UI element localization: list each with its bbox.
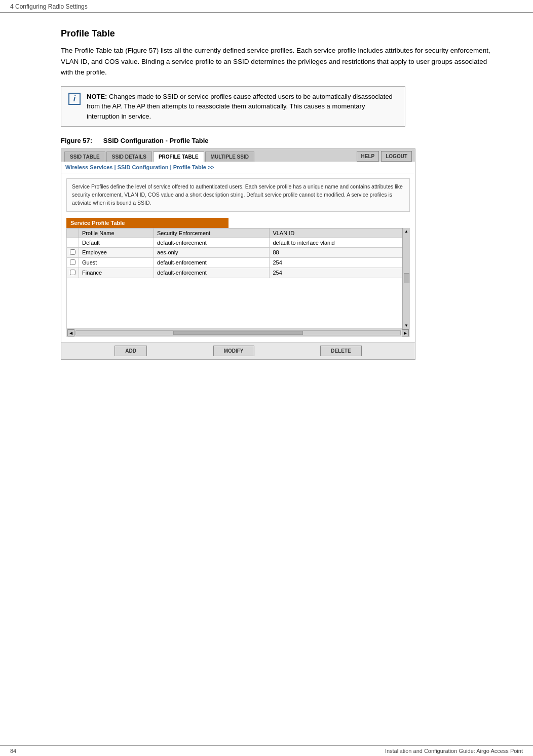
tab-ssid-table[interactable]: SSID TABLE (64, 152, 105, 162)
table-wrapper: Profile Name Security Enforcement VLAN I… (66, 228, 410, 329)
chapter-title: 4 Configuring Radio Settings (10, 3, 88, 10)
table-scroll-area: Profile Name Security Enforcement VLAN I… (66, 228, 402, 329)
table-section-header: Service Profile Table (66, 218, 229, 228)
ui-frame: SSID TABLE SSID DETAILS PROFILE TABLE MU… (61, 148, 415, 359)
hscroll-track (75, 330, 401, 335)
row-vlan-finance: 254 (270, 268, 402, 278)
hscroll-right-btn[interactable]: ▶ (402, 329, 409, 336)
description-box: Service Profiles define the level of ser… (66, 178, 410, 211)
col-checkbox (67, 228, 79, 238)
table-row: Employee aes-only 88 (67, 247, 402, 257)
page-footer: 84 Installation and Configuration Guide:… (0, 745, 533, 756)
note-text: NOTE: Changes made to SSID or service pr… (87, 92, 398, 122)
row-vlan-guest: 254 (270, 257, 402, 268)
scroll-up-arrow[interactable]: ▲ (404, 229, 408, 234)
hscroll-thumb[interactable] (173, 331, 303, 335)
breadcrumb: Wireless Services | SSID Configuration |… (61, 162, 415, 173)
section-title: Profile Table (61, 28, 492, 39)
page-header: 4 Configuring Radio Settings (0, 0, 533, 13)
logout-button[interactable]: LOGOUT (381, 151, 412, 162)
figure-caption: Figure 57: SSID Configuration - Profile … (61, 137, 492, 144)
help-button[interactable]: HELP (357, 151, 379, 162)
table-row: Default default-enforcement default to i… (67, 238, 402, 247)
table-row: Finance default-enforcement 254 (67, 268, 402, 278)
table-row: Guest default-enforcement 254 (67, 257, 402, 268)
col-vlan-id: VLAN ID (270, 228, 402, 238)
section-body: The Profile Table tab (Figure 57) lists … (61, 45, 492, 78)
tab-ssid-details[interactable]: SSID DETAILS (106, 152, 152, 162)
tab-multiple-ssid[interactable]: MULTIPLE SSID (205, 152, 254, 162)
row-checkbox-employee[interactable] (67, 247, 79, 257)
table-header-row: Profile Name Security Enforcement VLAN I… (67, 228, 402, 238)
row-checkbox-default (67, 238, 79, 247)
scroll-down-arrow[interactable]: ▼ (404, 323, 408, 328)
ui-content: Service Profiles define the level of ser… (61, 173, 415, 342)
modify-button[interactable]: MODIFY (213, 346, 254, 356)
main-content: Profile Table The Profile Table tab (Fig… (0, 13, 533, 380)
row-profile-name-employee: Employee (79, 247, 154, 257)
horizontal-scrollbar[interactable]: ◀ ▶ (66, 329, 410, 337)
note-body: Changes made to SSID or service profiles… (87, 93, 393, 120)
row-profile-name-guest: Guest (79, 257, 154, 268)
row-security-employee: aes-only (154, 247, 270, 257)
page-number: 84 (10, 748, 16, 754)
note-box: i NOTE: Changes made to SSID or service … (61, 86, 405, 127)
col-security-enforcement: Security Enforcement (154, 228, 270, 238)
tab-profile-table[interactable]: PROFILE TABLE (153, 152, 204, 162)
action-bar: ADD MODIFY DELETE (61, 342, 415, 359)
footer-text: Installation and Configuration Guide: Ai… (385, 748, 523, 754)
row-vlan-default: default to interface vlanid (270, 238, 402, 247)
info-icon: i (68, 93, 81, 105)
row-security-default: default-enforcement (154, 238, 270, 247)
profile-table: Profile Name Security Enforcement VLAN I… (66, 228, 402, 329)
row-vlan-employee: 88 (270, 247, 402, 257)
row-checkbox-finance[interactable] (67, 268, 79, 278)
row-profile-name-default: Default (79, 238, 154, 247)
row-security-finance: default-enforcement (154, 268, 270, 278)
table-row-empty (67, 278, 402, 328)
vertical-scrollbar[interactable]: ▲ ▼ (402, 228, 410, 329)
note-label: NOTE: (87, 93, 107, 100)
scroll-thumb[interactable] (404, 273, 409, 283)
row-security-guest: default-enforcement (154, 257, 270, 268)
row-profile-name-finance: Finance (79, 268, 154, 278)
delete-button[interactable]: DELETE (320, 346, 361, 356)
col-profile-name: Profile Name (79, 228, 154, 238)
hscroll-left-btn[interactable]: ◀ (67, 329, 74, 336)
row-checkbox-guest[interactable] (67, 257, 79, 268)
tab-bar: SSID TABLE SSID DETAILS PROFILE TABLE MU… (61, 149, 415, 162)
add-button[interactable]: ADD (115, 346, 147, 356)
